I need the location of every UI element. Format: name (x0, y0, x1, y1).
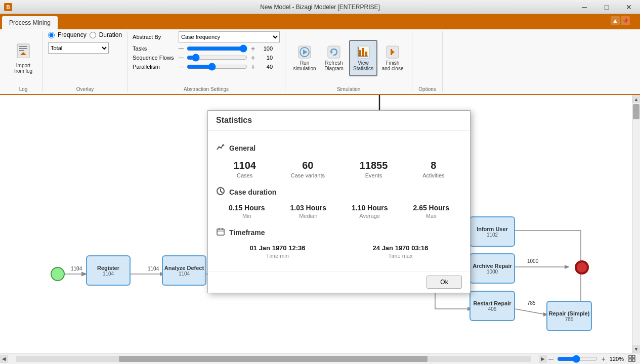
analyze-defect-node[interactable]: Analyze Defect 1104 (162, 255, 206, 286)
view-statistics-button[interactable]: View Statistics (349, 40, 377, 76)
simulation-group: Run simulation Refresh Diagram (285, 31, 412, 92)
analyze-count: 1104 (179, 271, 190, 277)
restore-button[interactable]: □ (595, 0, 618, 14)
frequency-radio[interactable] (48, 32, 55, 38)
minimize-button[interactable]: ─ (573, 0, 595, 14)
h-scroll-thumb[interactable] (119, 356, 428, 362)
inform-user-node[interactable]: Inform User 1102 (470, 216, 515, 247)
register-node[interactable]: Register 1104 (86, 255, 131, 286)
sequence-plus[interactable]: + (249, 54, 257, 61)
sequence-slider[interactable] (187, 54, 247, 61)
tasks-value: 100 (259, 46, 273, 52)
end-node (575, 260, 589, 275)
time-max-label: Time max (389, 253, 413, 259)
parallelism-minus[interactable]: ─ (178, 63, 185, 70)
simulation-group-label: Simulation (290, 84, 407, 92)
svg-line-36 (515, 309, 545, 314)
refresh-diagram-button[interactable]: Refresh Diagram (320, 40, 348, 76)
sequence-minus[interactable]: ─ (178, 54, 185, 61)
tab-collapse-up[interactable]: ▲ (611, 16, 620, 25)
parallelism-value: 40 (259, 64, 273, 70)
abstract-group: Abstract By Case frequency Tasks ─ + 100… (127, 31, 285, 92)
max-label: Max (426, 213, 437, 219)
import-label: Import from log (12, 63, 35, 74)
avg-duration: 1.10 Hours Average (352, 204, 388, 219)
fit-button[interactable] (628, 354, 636, 363)
duration-radio[interactable] (90, 32, 96, 38)
zoom-controls: ─ + 120% (547, 354, 640, 363)
import-from-log-button[interactable]: Import from log (9, 40, 37, 76)
finish-close-button[interactable]: Finish and close (378, 40, 407, 76)
run-simulation-icon (297, 45, 312, 60)
activities-metric: 8 Activities (422, 160, 444, 178)
svg-rect-19 (391, 49, 392, 55)
min-duration: 0.15 Hours Min (229, 204, 265, 219)
events-metric: 11855 Events (360, 160, 388, 178)
overlay-group: Frequency Duration Total Average Min Max… (43, 31, 127, 92)
archive-repair-node[interactable]: Archive Repair 1000 (470, 253, 515, 284)
import-icon (15, 42, 31, 62)
inform-label: Inform User (477, 226, 508, 232)
run-label: Run simulation (293, 60, 316, 71)
right-scrollbar: ▲ ▼ (632, 95, 640, 353)
sequence-value: 10 (259, 55, 273, 61)
svg-rect-13 (362, 48, 364, 56)
tasks-minus[interactable]: ─ (178, 45, 185, 52)
tab-pin[interactable]: 📌 (621, 16, 630, 25)
options-group-label: Options (417, 84, 437, 92)
scroll-up-arrow[interactable]: ▲ (632, 95, 640, 103)
inform-count: 1102 (487, 232, 498, 238)
scroll-left-arrow[interactable]: ◀ (0, 355, 8, 363)
scroll-down-arrow[interactable]: ▼ (632, 345, 640, 353)
time-max-item: 24 Jan 1970 03:16 Time max (373, 244, 429, 259)
process-mining-tab[interactable]: Process Mining (2, 16, 58, 29)
scroll-thumb[interactable] (633, 104, 639, 119)
view-label: View Statistics (352, 60, 374, 71)
run-simulation-button[interactable]: Run simulation (290, 40, 319, 76)
tasks-plus[interactable]: + (249, 45, 257, 52)
bottom-bar: ◀ ▶ ─ + 120% (0, 353, 640, 364)
duration-label: Case duration (229, 188, 276, 196)
close-button[interactable]: ✕ (618, 0, 640, 14)
titlebar-controls: ─ □ ✕ (573, 0, 640, 14)
horizontal-scrollbar[interactable] (16, 355, 531, 363)
repair-count: 785 (565, 316, 574, 322)
zoom-slider[interactable] (557, 356, 598, 361)
min-value: 0.15 Hours (229, 204, 265, 212)
repair-simple-node[interactable]: Repair (Simple) 785 (546, 301, 592, 331)
avg-value: 1.10 Hours (352, 204, 388, 212)
svg-text:B: B (6, 5, 10, 10)
time-min-value: 01 Jan 1970 12:36 (250, 244, 306, 252)
cases-metric: 1104 Cases (233, 160, 256, 178)
variants-metric: 60 Case variants (291, 160, 325, 178)
h-scroll-track[interactable] (16, 356, 531, 362)
scroll-right-arrow[interactable]: ▶ (539, 355, 547, 363)
zoom-in-button[interactable]: + (600, 355, 608, 363)
variants-value: 60 (302, 160, 313, 171)
window-title: New Model - Bizagi Modeler [ENTERPRISE] (260, 4, 380, 11)
scroll-track[interactable] (632, 103, 640, 345)
parallelism-plus[interactable]: + (249, 63, 257, 70)
conn-label-2: 1104 (148, 266, 159, 271)
general-label: General (229, 144, 255, 152)
restart-repair-node[interactable]: Restart Repair 406 (470, 291, 515, 321)
tasks-slider[interactable] (187, 45, 247, 52)
canvas[interactable]: Register 1104 Analyze Defect 1104 Inform… (0, 95, 632, 353)
abstract-select[interactable]: Case frequency (179, 31, 280, 42)
repair-label: Repair (Simple) (549, 310, 590, 316)
stats-footer: Ok (208, 271, 470, 293)
archive-count: 1000 (487, 269, 498, 275)
duration-icon (216, 187, 225, 198)
ribbon: Import from log Log Frequency Duration T… (0, 29, 640, 95)
svg-rect-52 (629, 359, 631, 361)
log-group-label: Log (9, 84, 37, 92)
ok-button[interactable]: Ok (426, 276, 462, 289)
zoom-out-button[interactable]: ─ (547, 355, 555, 363)
avg-label: Average (359, 213, 380, 219)
total-dropdown[interactable]: Total Average Min Max (48, 42, 109, 54)
svg-marker-33 (565, 265, 570, 269)
abstract-by-label: Abstract By (133, 34, 176, 40)
duration-label: Duration (99, 31, 122, 38)
parallelism-slider[interactable] (187, 63, 247, 70)
svg-rect-9 (328, 46, 340, 58)
